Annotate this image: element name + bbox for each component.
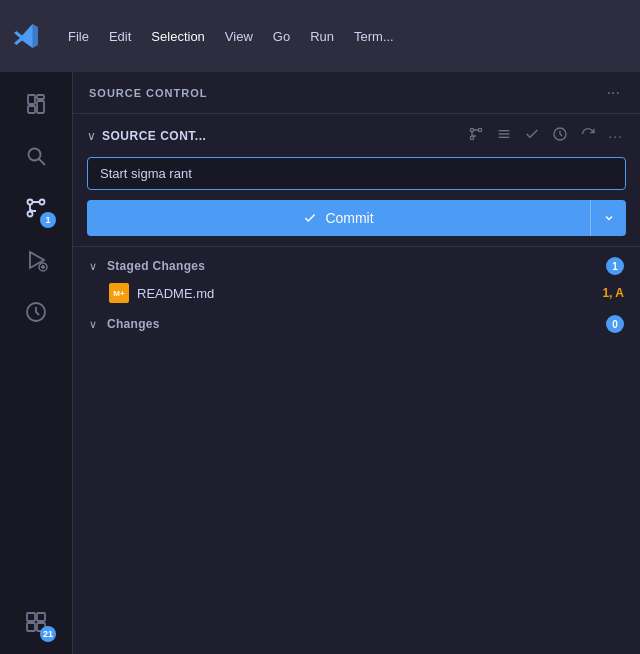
activity-extensions[interactable]: 21 bbox=[12, 598, 60, 646]
file-tree: ∨ Staged Changes 1 M+ README.md 1, A ∨ C… bbox=[73, 247, 640, 654]
svg-rect-1 bbox=[28, 106, 35, 113]
commit-message-input[interactable] bbox=[87, 157, 626, 190]
changes-chevron-icon: ∨ bbox=[89, 318, 101, 331]
commit-button-row: Commit bbox=[87, 200, 626, 236]
svg-rect-15 bbox=[37, 613, 45, 621]
svg-rect-3 bbox=[37, 101, 44, 113]
svg-point-4 bbox=[29, 149, 41, 161]
menu-edit[interactable]: Edit bbox=[101, 25, 139, 48]
sc-section: ∨ SOURCE CONT... bbox=[73, 114, 640, 247]
source-control-badge: 1 bbox=[40, 212, 56, 228]
activity-source-control[interactable]: 1 bbox=[12, 184, 60, 232]
staged-chevron-icon: ∨ bbox=[89, 260, 101, 273]
menu-file[interactable]: File bbox=[60, 25, 97, 48]
svg-point-7 bbox=[40, 200, 45, 205]
panel-header: SOURCE CONTROL ··· bbox=[73, 72, 640, 114]
sc-chevron[interactable]: ∨ bbox=[87, 129, 96, 143]
svg-point-8 bbox=[28, 212, 33, 217]
activity-run[interactable] bbox=[12, 236, 60, 284]
extensions-badge: 21 bbox=[40, 626, 56, 642]
staged-changes-section: ∨ Staged Changes 1 M+ README.md 1, A bbox=[73, 253, 640, 307]
svg-marker-9 bbox=[30, 252, 44, 268]
activity-search[interactable] bbox=[12, 132, 60, 180]
svg-point-20 bbox=[471, 136, 474, 139]
menu-view[interactable]: View bbox=[217, 25, 261, 48]
titlebar: File Edit Selection View Go Run Term... bbox=[0, 0, 640, 72]
sc-toolbar: ··· bbox=[465, 124, 626, 147]
menu-selection[interactable]: Selection bbox=[143, 25, 212, 48]
menu-terminal[interactable]: Term... bbox=[346, 25, 402, 48]
menu-run[interactable]: Run bbox=[302, 25, 342, 48]
commit-button[interactable]: Commit bbox=[87, 200, 590, 236]
panel-actions: ··· bbox=[603, 82, 624, 104]
sc-section-header: ∨ SOURCE CONT... bbox=[87, 124, 626, 147]
changes-badge: 0 bbox=[606, 315, 624, 333]
refresh-icon[interactable] bbox=[577, 124, 599, 147]
staged-file-readme[interactable]: M+ README.md 1, A bbox=[73, 279, 640, 307]
sc-more-icon[interactable]: ··· bbox=[605, 126, 626, 146]
history-icon[interactable] bbox=[549, 124, 571, 147]
changes-header[interactable]: ∨ Changes 0 bbox=[73, 311, 640, 337]
commit-icon[interactable] bbox=[521, 124, 543, 147]
menu-go[interactable]: Go bbox=[265, 25, 298, 48]
activity-explorer[interactable] bbox=[12, 80, 60, 128]
svg-point-19 bbox=[479, 128, 482, 131]
svg-point-18 bbox=[471, 128, 474, 131]
list-icon[interactable] bbox=[493, 124, 515, 147]
svg-rect-2 bbox=[37, 95, 44, 99]
activity-bar: 1 21 bbox=[0, 72, 72, 654]
staged-changes-badge: 1 bbox=[606, 257, 624, 275]
commit-button-label: Commit bbox=[325, 210, 373, 226]
titlebar-menu: File Edit Selection View Go Run Term... bbox=[60, 25, 402, 48]
activity-timeline[interactable] bbox=[12, 288, 60, 336]
vscode-logo bbox=[12, 22, 40, 50]
changes-section: ∨ Changes 0 bbox=[73, 311, 640, 337]
staged-changes-label: Staged Changes bbox=[107, 259, 600, 273]
sidebar: SOURCE CONTROL ··· ∨ SOURCE CONT... bbox=[72, 72, 640, 654]
staged-changes-header[interactable]: ∨ Staged Changes 1 bbox=[73, 253, 640, 279]
svg-point-6 bbox=[28, 200, 33, 205]
readme-filename: README.md bbox=[137, 286, 594, 301]
panel-more-btn[interactable]: ··· bbox=[603, 82, 624, 104]
svg-rect-16 bbox=[27, 623, 35, 631]
readme-file-icon: M+ bbox=[109, 283, 129, 303]
svg-rect-0 bbox=[28, 95, 35, 104]
commit-dropdown-button[interactable] bbox=[590, 200, 626, 236]
panel-title: SOURCE CONTROL bbox=[89, 87, 208, 99]
changes-label: Changes bbox=[107, 317, 600, 331]
sc-section-title: SOURCE CONT... bbox=[102, 129, 206, 143]
svg-line-5 bbox=[39, 159, 45, 165]
svg-rect-14 bbox=[27, 613, 35, 621]
sc-section-left: ∨ SOURCE CONT... bbox=[87, 129, 206, 143]
readme-file-status: 1, A bbox=[602, 286, 624, 300]
branch-icon[interactable] bbox=[465, 124, 487, 147]
main-area: 1 21 bbox=[0, 72, 640, 654]
